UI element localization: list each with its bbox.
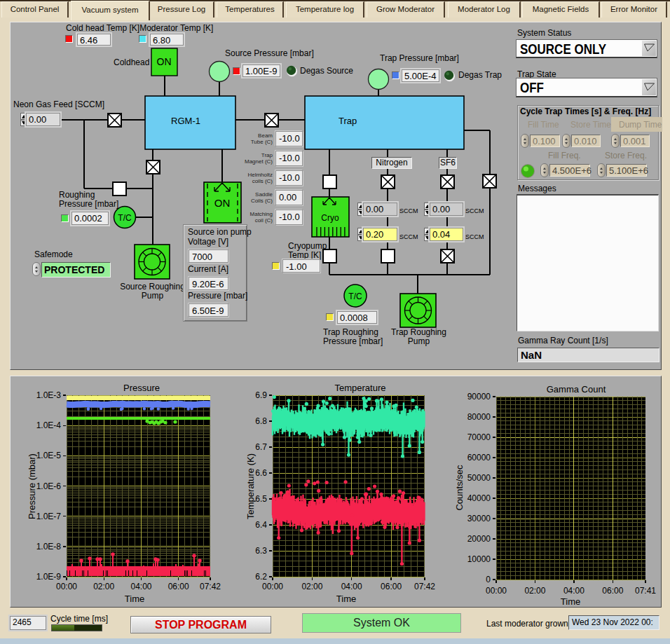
svg-text:6.5: 6.5 bbox=[255, 494, 267, 504]
svg-text:50000: 50000 bbox=[467, 473, 491, 483]
svg-text:Pressure: Pressure bbox=[123, 383, 160, 393]
svg-text:6.6: 6.6 bbox=[255, 468, 267, 478]
svg-text:1.0E-3: 1.0E-3 bbox=[36, 390, 62, 400]
svg-text:Counts/sec: Counts/sec bbox=[454, 465, 465, 511]
svg-text:40000: 40000 bbox=[467, 493, 491, 503]
svg-text:1.0E-8: 1.0E-8 bbox=[36, 542, 62, 551]
svg-text:30000: 30000 bbox=[467, 514, 491, 523]
svg-text:ON: ON bbox=[214, 197, 231, 209]
svg-text:6.2: 6.2 bbox=[255, 572, 267, 582]
svg-text:04:00: 04:00 bbox=[130, 582, 151, 591]
svg-text:Time: Time bbox=[125, 594, 144, 604]
svg-text:1.0E-6: 1.0E-6 bbox=[36, 481, 62, 491]
svg-text:06:00: 06:00 bbox=[602, 586, 623, 596]
svg-text:10000: 10000 bbox=[467, 554, 491, 564]
svg-text:1.0E-7: 1.0E-7 bbox=[36, 512, 62, 521]
svg-text:60000: 60000 bbox=[467, 453, 491, 463]
svg-text:RGM-1: RGM-1 bbox=[171, 116, 200, 126]
svg-text:6.7: 6.7 bbox=[255, 442, 267, 452]
svg-text:Cryo: Cryo bbox=[321, 213, 339, 223]
svg-text:T/C: T/C bbox=[118, 213, 132, 223]
svg-text:6.9: 6.9 bbox=[255, 390, 267, 400]
svg-text:70000: 70000 bbox=[467, 432, 491, 442]
svg-text:07:41: 07:41 bbox=[635, 586, 656, 596]
svg-text:6.3: 6.3 bbox=[255, 546, 267, 556]
svg-text:1.0E-4: 1.0E-4 bbox=[36, 420, 62, 430]
svg-text:ON: ON bbox=[157, 56, 172, 67]
svg-text:T/C: T/C bbox=[348, 292, 362, 301]
svg-text:80000: 80000 bbox=[467, 412, 491, 422]
svg-text:00:00: 00:00 bbox=[56, 582, 77, 591]
svg-text:06:00: 06:00 bbox=[381, 582, 402, 591]
svg-text:02:00: 02:00 bbox=[301, 582, 322, 591]
svg-text:00:00: 00:00 bbox=[486, 586, 507, 596]
svg-text:20000: 20000 bbox=[467, 534, 491, 544]
svg-text:Gamma Count: Gamma Count bbox=[547, 384, 606, 395]
svg-text:02:00: 02:00 bbox=[524, 586, 545, 596]
svg-text:06:00: 06:00 bbox=[168, 582, 189, 591]
svg-text:Time: Time bbox=[561, 596, 580, 607]
svg-text:90000: 90000 bbox=[467, 392, 491, 402]
svg-text:Temperature: Temperature bbox=[335, 383, 386, 393]
svg-text:Trap: Trap bbox=[339, 116, 357, 126]
svg-text:07:42: 07:42 bbox=[414, 582, 435, 591]
svg-text:Time: Time bbox=[336, 594, 356, 604]
svg-text:6.4: 6.4 bbox=[255, 520, 267, 530]
svg-text:00:00: 00:00 bbox=[262, 582, 283, 591]
svg-text:04:00: 04:00 bbox=[563, 586, 584, 596]
svg-text:1.0E-9: 1.0E-9 bbox=[36, 572, 62, 582]
svg-text:02:00: 02:00 bbox=[93, 582, 114, 591]
svg-text:0: 0 bbox=[486, 575, 491, 584]
svg-text:6.8: 6.8 bbox=[255, 416, 267, 426]
svg-text:1.0E-5: 1.0E-5 bbox=[36, 451, 62, 460]
svg-text:Temperature (K): Temperature (K) bbox=[245, 453, 256, 519]
svg-text:Pressure (mbar): Pressure (mbar) bbox=[27, 453, 37, 519]
svg-text:04:00: 04:00 bbox=[341, 582, 362, 591]
svg-text:07:42: 07:42 bbox=[200, 582, 221, 591]
